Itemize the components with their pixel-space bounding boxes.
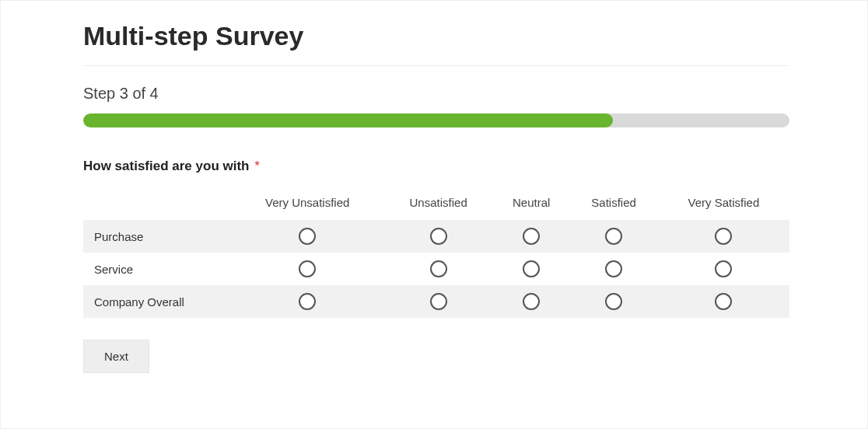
row-label-1: Service <box>83 253 231 285</box>
radio-purchase-very-satisfied[interactable] <box>715 228 732 245</box>
radio-company-neutral[interactable] <box>523 293 540 310</box>
radio-company-satisfied[interactable] <box>605 293 622 310</box>
radio-purchase-neutral[interactable] <box>523 228 540 245</box>
header-blank <box>83 188 231 220</box>
next-button[interactable]: Next <box>83 340 149 373</box>
col-header-3: Satisfied <box>569 188 657 220</box>
radio-company-very-satisfied[interactable] <box>715 293 732 310</box>
radio-purchase-very-unsatisfied[interactable] <box>299 228 316 245</box>
radio-purchase-unsatisfied[interactable] <box>430 228 447 245</box>
divider <box>83 65 789 66</box>
col-header-0: Very Unsatisfied <box>231 188 383 220</box>
radio-purchase-satisfied[interactable] <box>605 228 622 245</box>
required-marker: * <box>254 159 260 173</box>
col-header-1: Unsatisfied <box>383 188 493 220</box>
row-label-2: Company Overall <box>83 285 231 318</box>
likert-table: Very Unsatisfied Unsatisfied Neutral Sat… <box>83 188 789 318</box>
progress-bar <box>83 113 789 127</box>
radio-service-very-unsatisfied[interactable] <box>299 260 316 277</box>
question-label: How satisfied are you with * <box>83 159 789 174</box>
progress-bar-fill <box>83 113 613 127</box>
radio-company-very-unsatisfied[interactable] <box>299 293 316 310</box>
header-row: Very Unsatisfied Unsatisfied Neutral Sat… <box>83 188 789 220</box>
table-row: Service <box>83 253 789 285</box>
radio-service-satisfied[interactable] <box>605 260 622 277</box>
step-indicator: Step 3 of 4 <box>83 85 789 103</box>
table-row: Company Overall <box>83 285 789 318</box>
table-row: Purchase <box>83 220 789 253</box>
col-header-2: Neutral <box>493 188 569 220</box>
col-header-4: Very Satisfied <box>658 188 789 220</box>
survey-page: Multi-step Survey Step 3 of 4 How satisf… <box>0 0 868 429</box>
page-title: Multi-step Survey <box>83 21 789 51</box>
row-label-0: Purchase <box>83 220 231 253</box>
radio-service-neutral[interactable] <box>523 260 540 277</box>
radio-service-very-satisfied[interactable] <box>715 260 732 277</box>
radio-company-unsatisfied[interactable] <box>430 293 447 310</box>
radio-service-unsatisfied[interactable] <box>430 260 447 277</box>
question-text: How satisfied are you with <box>83 159 250 173</box>
